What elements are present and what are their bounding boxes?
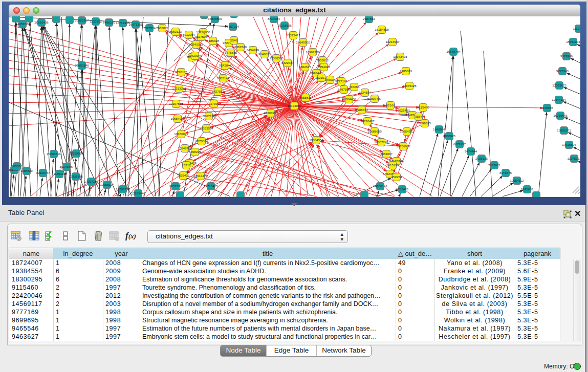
svg-text:15712: 15712 [182, 163, 191, 167]
svg-text:17359924: 17359924 [69, 151, 83, 155]
svg-text:10107553: 10107553 [169, 102, 183, 105]
svg-text:16914479: 16914479 [193, 174, 208, 178]
svg-text:9146821: 9146821 [258, 52, 271, 56]
svg-text:17016504: 17016504 [562, 143, 576, 146]
svg-text:7986372: 7986372 [356, 108, 368, 112]
svg-text:10688609: 10688609 [367, 129, 382, 133]
svg-text:11675331: 11675331 [567, 157, 580, 160]
svg-text:12942737: 12942737 [36, 171, 50, 174]
svg-text:16033809: 16033809 [208, 17, 222, 20]
svg-text:13325419: 13325419 [286, 33, 300, 37]
svg-text:19218506: 19218506 [277, 24, 292, 27]
svg-text:9657791: 9657791 [169, 184, 182, 188]
svg-text:15388520: 15388520 [269, 56, 284, 60]
svg-text:6879197: 6879197 [453, 142, 466, 146]
svg-text:10046766: 10046766 [178, 146, 192, 150]
svg-text:1527602: 1527602 [90, 19, 102, 23]
svg-text:7485063: 7485063 [400, 69, 412, 73]
svg-text:23420046: 23420046 [188, 54, 202, 57]
svg-text:12975125: 12975125 [402, 84, 417, 87]
svg-text:7515524: 7515524 [143, 26, 156, 30]
svg-text:8660123: 8660123 [169, 30, 182, 33]
svg-text:252254: 252254 [391, 175, 402, 179]
svg-text:12213383: 12213383 [172, 86, 186, 90]
svg-text:12213967: 12213967 [385, 40, 400, 43]
svg-text:8912954: 8912954 [183, 33, 195, 36]
svg-text:8454749: 8454749 [247, 48, 259, 52]
svg-text:8813054: 8813054 [268, 17, 280, 20]
svg-text:19756928: 19756928 [396, 144, 410, 148]
svg-text:2935135: 2935135 [475, 157, 488, 160]
svg-text:15716485: 15716485 [204, 184, 218, 188]
svg-text:17957225: 17957225 [84, 180, 98, 183]
svg-text:7625402: 7625402 [177, 173, 190, 177]
svg-text:16154808: 16154808 [375, 28, 389, 31]
svg-text:16210643: 16210643 [553, 114, 568, 117]
svg-text:3624554: 3624554 [359, 91, 372, 94]
svg-text:1362615: 1362615 [299, 65, 312, 69]
svg-text:10719155: 10719155 [116, 21, 130, 25]
svg-text:9245652: 9245652 [521, 187, 534, 191]
svg-text:9227343: 9227343 [556, 69, 569, 73]
svg-text:2718176: 2718176 [175, 70, 188, 74]
svg-text:7663822: 7663822 [156, 26, 169, 30]
svg-text:16782759: 16782759 [116, 187, 130, 191]
svg-text:10655267: 10655267 [75, 18, 89, 22]
svg-text:19654923: 19654923 [400, 129, 414, 133]
svg-text:18724007: 18724007 [287, 104, 301, 107]
svg-text:10958117: 10958117 [100, 183, 114, 186]
svg-text:9777169: 9777169 [335, 79, 348, 83]
svg-text:1733426: 1733426 [396, 187, 409, 191]
svg-text:18807249: 18807249 [374, 140, 388, 144]
svg-text:16543382: 16543382 [189, 42, 203, 46]
svg-text:7632621: 7632621 [488, 163, 501, 167]
svg-text:7955813: 7955813 [299, 96, 312, 99]
svg-text:20206516: 20206516 [47, 152, 61, 156]
svg-text:29053346: 29053346 [75, 63, 89, 67]
svg-text:13353594: 13353594 [199, 126, 213, 130]
svg-text:12505185: 12505185 [69, 174, 83, 178]
svg-text:6794028: 6794028 [318, 65, 331, 69]
svg-text:2087682: 2087682 [363, 17, 376, 20]
svg-text:746266: 746266 [349, 85, 360, 89]
svg-text:3084067: 3084067 [380, 152, 393, 156]
svg-text:5498222: 5498222 [189, 150, 202, 154]
svg-text:6497568: 6497568 [338, 87, 351, 91]
svg-text:3215955: 3215955 [541, 106, 554, 110]
svg-text:10973493: 10973493 [393, 55, 407, 58]
svg-text:14136141: 14136141 [373, 184, 387, 188]
svg-text:5546: 5546 [230, 38, 237, 42]
svg-text:1112472: 1112472 [573, 27, 580, 30]
svg-text:7357224: 7357224 [227, 25, 239, 28]
svg-text:9327505: 9327505 [195, 35, 208, 38]
svg-text:2367608: 2367608 [234, 45, 247, 49]
svg-text:2803144: 2803144 [217, 76, 230, 80]
svg-text:585061: 585061 [12, 164, 23, 168]
svg-text:9564: 9564 [415, 115, 422, 118]
svg-text:10025433: 10025433 [396, 108, 410, 112]
svg-text:15720407: 15720407 [360, 119, 375, 123]
svg-text:20364436: 20364436 [342, 97, 356, 101]
svg-text:6466160: 6466160 [103, 20, 116, 24]
svg-text:62160: 62160 [386, 103, 395, 107]
svg-text:6322037: 6322037 [281, 61, 294, 64]
svg-text:8427552: 8427552 [212, 90, 225, 93]
svg-text:9242848: 9242848 [219, 63, 232, 67]
svg-text:8267110: 8267110 [203, 114, 215, 118]
svg-text:12444134: 12444134 [552, 98, 566, 101]
svg-text:9115460: 9115460 [417, 105, 429, 109]
svg-text:1145194: 1145194 [53, 172, 66, 176]
svg-text:19166829: 19166829 [174, 132, 188, 136]
svg-text:25300293: 25300293 [264, 111, 278, 115]
svg-text:19384554: 19384554 [309, 138, 323, 142]
svg-text:1640954: 1640954 [433, 127, 446, 131]
svg-text:18640910: 18640910 [296, 40, 310, 44]
svg-text:15692971: 15692971 [557, 128, 571, 132]
svg-text:1156829: 1156829 [20, 169, 33, 172]
svg-text:8938923: 8938923 [443, 134, 456, 138]
svg-text:10961758: 10961758 [306, 50, 320, 54]
svg-text:8878334: 8878334 [195, 139, 208, 143]
svg-text:7955812: 7955812 [316, 58, 329, 62]
svg-text:8471676: 8471676 [499, 171, 512, 174]
svg-text:15751074: 15751074 [566, 40, 580, 43]
